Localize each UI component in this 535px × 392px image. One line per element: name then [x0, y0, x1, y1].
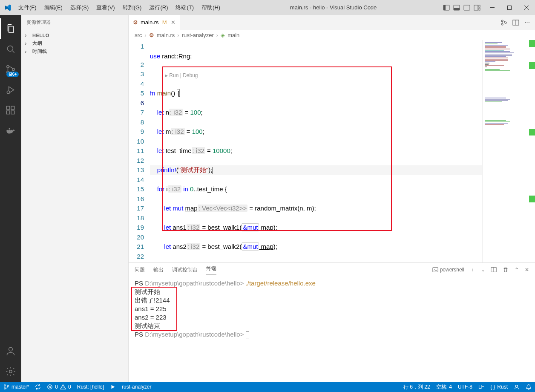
- line-gutter: 1 2345 6 78910 11121314 15161718 1920212…: [129, 40, 150, 262]
- activity-bar: 6K+: [0, 15, 21, 382]
- svg-point-34: [4, 388, 6, 389]
- svg-point-26: [501, 23, 503, 25]
- svg-rect-18: [11, 106, 14, 110]
- activity-account[interactable]: [0, 341, 21, 361]
- close-button[interactable]: [518, 0, 535, 15]
- svg-point-37: [515, 385, 518, 387]
- kill-terminal-icon[interactable]: [503, 267, 509, 273]
- sidebar: 资源管理器 ⋯ › HELLO › 大纲 › 时间线: [21, 15, 129, 382]
- svg-rect-9: [508, 6, 512, 9]
- tab-main-rs[interactable]: ⚙ main.rs M ✕: [129, 15, 180, 30]
- activity-settings[interactable]: [0, 361, 21, 382]
- panel-maximize-icon[interactable]: ⌃: [515, 267, 519, 273]
- svg-rect-1: [443, 5, 446, 10]
- split-terminal-icon[interactable]: [491, 267, 497, 273]
- menu-terminal[interactable]: 终端(T): [172, 1, 197, 14]
- status-bar: master* 0 0 Rust: [hello] rust-analyzer …: [0, 382, 535, 392]
- overview-ruler[interactable]: [529, 40, 535, 262]
- status-rust-analyzer[interactable]: rust-analyzer: [122, 384, 151, 390]
- chevron-right-icon: ›: [25, 32, 31, 38]
- breadcrumb-fn[interactable]: main: [227, 32, 239, 38]
- svg-rect-17: [11, 111, 14, 114]
- breadcrumb[interactable]: src › ⚙ main.rs › rust-analyzer › ◈ main: [129, 30, 535, 40]
- status-debug-target[interactable]: [110, 384, 116, 390]
- status-spaces[interactable]: 空格: 4: [436, 383, 452, 391]
- panel: 问题 输出 调试控制台 终端 powershell ＋ ⌄ ⌃ ✕ PS D:\…: [129, 262, 535, 382]
- activity-scm[interactable]: 6K+: [0, 59, 21, 80]
- menu-edit[interactable]: 编辑(E): [41, 1, 66, 14]
- sidebar-folder-label: HELLO: [32, 33, 49, 38]
- terminal-profile[interactable]: powershell: [432, 267, 464, 273]
- activity-extensions[interactable]: [0, 100, 21, 121]
- breadcrumb-file[interactable]: main.rs: [157, 32, 175, 38]
- svg-rect-8: [490, 7, 495, 8]
- sidebar-header: 资源管理器 ⋯: [21, 15, 128, 30]
- layout-bottom-icon[interactable]: [453, 4, 460, 11]
- status-branch[interactable]: master*: [3, 384, 29, 390]
- menu-view[interactable]: 查看(V): [93, 1, 118, 14]
- window-controls: [484, 0, 535, 15]
- panel-tab-problems[interactable]: 问题: [135, 266, 145, 274]
- activity-explorer[interactable]: [0, 18, 21, 39]
- terminal-content[interactable]: PS D:\mysetup\gopath\rustcode\hello> ./t…: [129, 277, 535, 382]
- panel-close-icon[interactable]: ✕: [525, 267, 529, 273]
- menu-goto[interactable]: 转到(G): [119, 1, 145, 14]
- status-feedback-icon[interactable]: [514, 384, 520, 390]
- cube-icon: ◈: [221, 32, 225, 38]
- vscode-icon: [0, 4, 15, 11]
- sidebar-more-icon[interactable]: ⋯: [118, 20, 124, 25]
- status-sync[interactable]: [35, 384, 41, 390]
- svg-rect-4: [464, 5, 470, 10]
- svg-point-13: [12, 68, 14, 70]
- activity-debug[interactable]: [0, 80, 21, 100]
- sidebar-outline-label: 大纲: [32, 40, 42, 46]
- status-language[interactable]: { } Rust: [490, 384, 508, 390]
- menu-help[interactable]: 帮助(H): [198, 1, 224, 14]
- split-editor-icon[interactable]: [512, 19, 519, 26]
- svg-point-10: [7, 46, 13, 51]
- sidebar-timeline[interactable]: › 时间线: [21, 47, 128, 55]
- minimize-button[interactable]: [484, 0, 501, 15]
- minimap[interactable]: [482, 40, 529, 262]
- code-lens[interactable]: ▸ Run | Debug: [150, 71, 482, 79]
- status-eol[interactable]: LF: [478, 384, 484, 390]
- sidebar-folder-hello[interactable]: › HELLO: [21, 31, 128, 39]
- panel-tab-output[interactable]: 输出: [153, 266, 164, 274]
- activity-search[interactable]: [0, 39, 21, 59]
- svg-point-24: [9, 370, 12, 373]
- layout-right-icon[interactable]: [463, 4, 470, 11]
- svg-rect-22: [9, 128, 10, 130]
- panel-tab-terminal[interactable]: 终端: [206, 265, 216, 274]
- new-terminal-icon[interactable]: ＋: [470, 266, 475, 274]
- compare-changes-icon[interactable]: [500, 19, 507, 26]
- svg-rect-15: [6, 106, 10, 110]
- tab-more-icon[interactable]: ⋯: [524, 19, 530, 26]
- sidebar-outline[interactable]: › 大纲: [21, 39, 128, 47]
- menu-file[interactable]: 文件(F): [15, 1, 40, 14]
- breadcrumb-ra[interactable]: rust-analyzer: [182, 32, 214, 38]
- status-rust-project[interactable]: Rust: [hello]: [77, 384, 104, 390]
- tab-close-icon[interactable]: ✕: [171, 19, 175, 26]
- svg-point-35: [7, 385, 9, 387]
- svg-point-33: [4, 385, 6, 386]
- status-encoding[interactable]: UTF-8: [458, 384, 472, 390]
- layout-left-icon[interactable]: [443, 4, 450, 11]
- breadcrumb-src[interactable]: src: [135, 32, 142, 38]
- layout-custom-icon[interactable]: [474, 4, 480, 11]
- sidebar-title: 资源管理器: [26, 19, 51, 26]
- panel-tab-debug[interactable]: 调试控制台: [172, 266, 198, 274]
- editor-area: ⚙ main.rs M ✕ ⋯ src › ⚙ main.rs › rust-a…: [129, 15, 535, 382]
- maximize-button[interactable]: [501, 0, 518, 15]
- svg-rect-16: [6, 111, 10, 114]
- menu-select[interactable]: 选择(S): [67, 1, 92, 14]
- activity-docker[interactable]: [0, 121, 21, 141]
- svg-point-11: [7, 66, 9, 68]
- chevron-right-icon: ›: [25, 40, 31, 46]
- status-bell-icon[interactable]: [526, 384, 532, 390]
- status-problems[interactable]: 0 0: [47, 384, 71, 390]
- terminal-dropdown-icon[interactable]: ⌄: [481, 268, 485, 272]
- status-cursor-pos[interactable]: 行 6，列 22: [403, 383, 430, 391]
- code-editor[interactable]: use rand::Rng; ▸ Run | Debug fn main() {…: [150, 40, 482, 262]
- menu-run[interactable]: 运行(R): [146, 1, 171, 14]
- rust-file-icon: ⚙: [149, 32, 154, 38]
